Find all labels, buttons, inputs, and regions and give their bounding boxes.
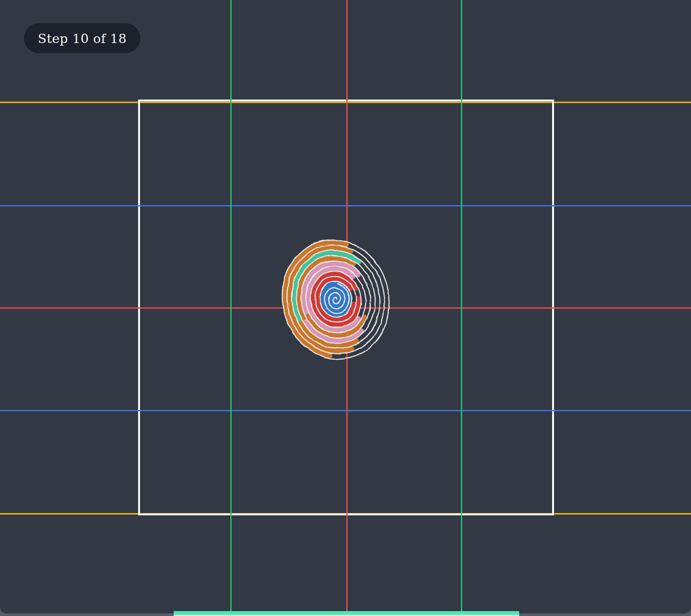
fingerprint-design xyxy=(270,228,402,370)
scene-svg xyxy=(0,0,691,613)
step-badge: Step 10 of 18 xyxy=(24,23,140,53)
progress-bar xyxy=(174,611,519,616)
embroidery-canvas: Step 10 of 18 xyxy=(0,0,691,613)
